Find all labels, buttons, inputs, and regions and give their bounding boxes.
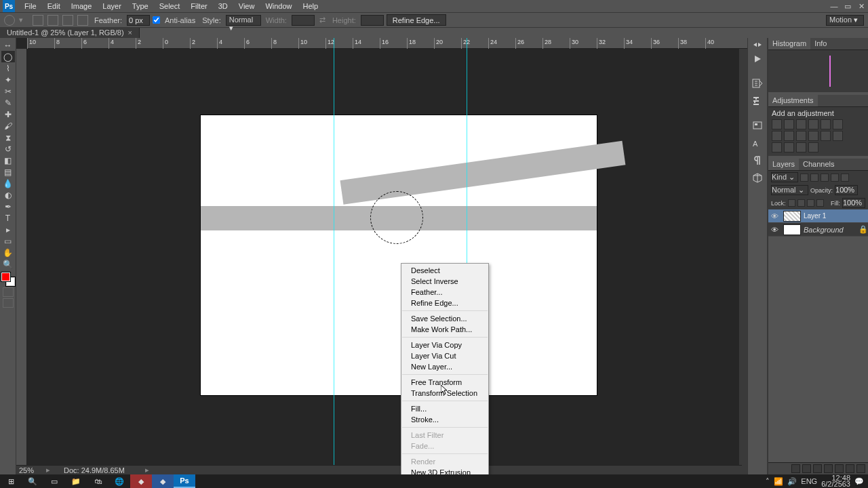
adj-icon[interactable] bbox=[833, 119, 843, 129]
adj-icon[interactable] bbox=[821, 131, 831, 141]
dock-properties-icon[interactable] bbox=[749, 93, 766, 109]
context-item[interactable]: Save Selection... bbox=[401, 313, 488, 324]
task-view-button[interactable]: ▭ bbox=[43, 474, 65, 488]
context-item[interactable]: Layer Via Copy bbox=[401, 340, 488, 350]
app-icon[interactable]: ◆ bbox=[152, 474, 174, 488]
adj-icon[interactable] bbox=[784, 142, 794, 152]
adj-icon[interactable] bbox=[821, 119, 831, 129]
context-item[interactable]: New Layer... bbox=[401, 361, 488, 372]
hand-tool[interactable]: ✋ bbox=[1, 247, 15, 258]
dock-paragraph-icon[interactable] bbox=[749, 152, 766, 169]
context-item[interactable]: Deselect bbox=[401, 265, 488, 276]
file-explorer-icon[interactable]: 📁 bbox=[65, 474, 87, 488]
marquee-tool[interactable]: ◯ bbox=[1, 51, 15, 62]
foreground-color-swatch[interactable] bbox=[1, 272, 10, 281]
tray-notifications-icon[interactable]: 💬 bbox=[854, 477, 864, 486]
link-layers-icon[interactable] bbox=[791, 464, 800, 473]
group-icon[interactable] bbox=[835, 464, 844, 473]
layer-thumb[interactable] bbox=[783, 224, 801, 235]
filter-icon[interactable] bbox=[800, 174, 808, 182]
adj-icon[interactable] bbox=[833, 131, 843, 141]
adj-icon[interactable] bbox=[784, 119, 794, 129]
context-item[interactable]: Refine Edge... bbox=[401, 298, 488, 308]
active-tool-icon[interactable] bbox=[4, 15, 15, 26]
app-icon[interactable]: ◆ bbox=[130, 474, 152, 488]
menu-image[interactable]: Image bbox=[66, 1, 98, 12]
context-item[interactable]: Layer Via Cut bbox=[401, 350, 488, 361]
start-button[interactable]: ⊞ bbox=[0, 474, 22, 488]
visibility-icon[interactable]: 👁 bbox=[771, 212, 781, 220]
adj-icon[interactable] bbox=[784, 131, 794, 141]
context-item[interactable]: Select Inverse bbox=[401, 276, 488, 287]
tray-language[interactable]: ENG bbox=[801, 477, 817, 485]
selection-mode-add-icon[interactable] bbox=[47, 15, 58, 26]
adj-icon[interactable] bbox=[772, 131, 782, 141]
blur-tool[interactable]: 💧 bbox=[1, 178, 15, 189]
filter-icon[interactable] bbox=[810, 174, 818, 182]
filter-icon[interactable] bbox=[821, 174, 829, 182]
fill-input[interactable]: 100% bbox=[842, 198, 865, 208]
window-close-button[interactable]: ✕ bbox=[854, 0, 868, 12]
filter-icon[interactable] bbox=[841, 174, 849, 182]
crop-tool[interactable]: ✂ bbox=[1, 85, 15, 97]
gradient-tool[interactable]: ▤ bbox=[1, 166, 15, 178]
adj-icon[interactable] bbox=[808, 131, 818, 141]
chrome-icon[interactable]: 🌐 bbox=[108, 474, 130, 488]
adj-icon[interactable] bbox=[796, 131, 806, 141]
adjustment-layer-icon[interactable] bbox=[824, 464, 833, 473]
brush-tool[interactable]: 🖌 bbox=[1, 120, 15, 131]
context-item[interactable]: Feather... bbox=[401, 287, 488, 298]
layer-row[interactable]: 👁 Background 🔒 bbox=[768, 223, 868, 237]
stamp-tool[interactable]: ⧗ bbox=[1, 131, 15, 143]
shape-tool[interactable]: ▭ bbox=[1, 235, 15, 247]
selection-mode-intersect-icon[interactable] bbox=[77, 15, 88, 26]
quick-select-tool[interactable]: ✦ bbox=[1, 74, 15, 85]
menu-file[interactable]: File bbox=[19, 1, 42, 12]
dock-3d-icon[interactable] bbox=[749, 170, 766, 186]
context-item[interactable]: Stroke... bbox=[401, 414, 488, 425]
photoshop-taskbar-icon[interactable]: Ps bbox=[174, 474, 195, 488]
window-minimize-button[interactable]: — bbox=[827, 0, 841, 12]
lock-icon[interactable] bbox=[816, 199, 824, 207]
adj-icon[interactable] bbox=[796, 142, 806, 152]
dodge-tool[interactable]: ◐ bbox=[1, 189, 15, 201]
menu-select[interactable]: Select bbox=[154, 1, 186, 12]
canvas-area[interactable]: 1086420246810121416182022242628303234363… bbox=[16, 38, 747, 474]
dock-play-icon[interactable] bbox=[749, 51, 766, 67]
layer-thumb[interactable] bbox=[783, 211, 801, 222]
dock-history-icon[interactable] bbox=[749, 75, 766, 92]
tray-network-icon[interactable]: 📶 bbox=[774, 477, 783, 486]
channels-tab[interactable]: Channels bbox=[799, 159, 838, 170]
store-icon[interactable]: 🛍 bbox=[87, 474, 108, 488]
visibility-icon[interactable]: 👁 bbox=[771, 226, 781, 234]
layer-kind-select[interactable]: Kind ⌄ bbox=[771, 172, 798, 182]
adj-icon[interactable] bbox=[796, 119, 806, 129]
menu-help[interactable]: Help bbox=[298, 1, 324, 12]
antialias-checkbox[interactable] bbox=[153, 16, 160, 24]
refine-edge-button[interactable]: Refine Edge... bbox=[387, 14, 446, 26]
tray-chevron-icon[interactable]: ˄ bbox=[766, 477, 770, 486]
dock-collapse-icon[interactable] bbox=[749, 40, 766, 49]
selection-mode-subtract-icon[interactable] bbox=[62, 15, 73, 26]
adj-icon[interactable] bbox=[772, 142, 782, 152]
context-item[interactable]: Free Transform bbox=[401, 377, 488, 388]
zoom-readout[interactable]: 25% bbox=[19, 466, 46, 474]
menu-view[interactable]: View bbox=[233, 1, 260, 12]
quick-mask-button[interactable] bbox=[3, 287, 14, 297]
workspace-select[interactable]: Motion ▾ bbox=[826, 15, 864, 26]
mask-icon[interactable] bbox=[813, 464, 822, 473]
layers-tab[interactable]: Layers bbox=[768, 159, 799, 170]
info-tab[interactable]: Info bbox=[810, 38, 831, 49]
selection-mode-new-icon[interactable] bbox=[33, 15, 43, 26]
history-brush-tool[interactable]: ↺ bbox=[1, 143, 15, 155]
menu-edit[interactable]: Edit bbox=[42, 1, 66, 12]
move-tool[interactable]: ↔ bbox=[1, 39, 15, 51]
style-select[interactable]: Normal ▾ bbox=[226, 15, 261, 26]
document-tab[interactable]: Untitled-1 @ 25% (Layer 1, RGB/8)× bbox=[0, 28, 140, 38]
context-item[interactable]: Fill... bbox=[401, 403, 488, 414]
adj-icon[interactable] bbox=[772, 119, 782, 129]
histogram-tab[interactable]: Histogram bbox=[768, 38, 810, 49]
blend-mode-select[interactable]: Normal ⌄ bbox=[771, 185, 808, 195]
lock-icon[interactable] bbox=[807, 199, 814, 207]
path-select-tool[interactable]: ▸ bbox=[1, 224, 15, 235]
